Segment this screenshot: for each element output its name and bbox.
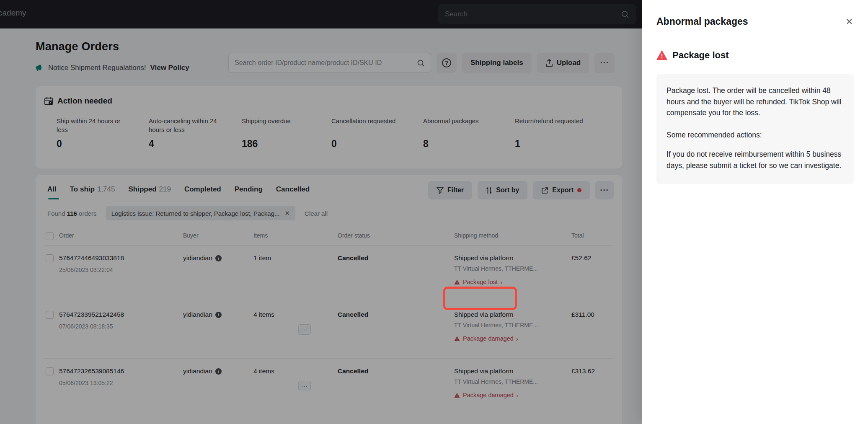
panel-subheading: Some recommended actions: [666, 129, 844, 141]
panel-title: Abnormal packages [656, 16, 854, 27]
warning-triangle-icon [656, 50, 667, 60]
highlight-annotation-box [443, 287, 517, 310]
panel-body-text: Package lost. The order will be cancelle… [666, 85, 844, 119]
close-icon[interactable]: ✕ [845, 17, 853, 27]
panel-info-card: Package lost. The order will be cancelle… [656, 74, 854, 184]
panel-heading: Package lost [656, 50, 854, 61]
abnormal-packages-panel: Abnormal packages ✕ Package lost Package… [642, 0, 868, 424]
panel-body-text-2: If you do not receive reimbursement with… [666, 149, 844, 171]
